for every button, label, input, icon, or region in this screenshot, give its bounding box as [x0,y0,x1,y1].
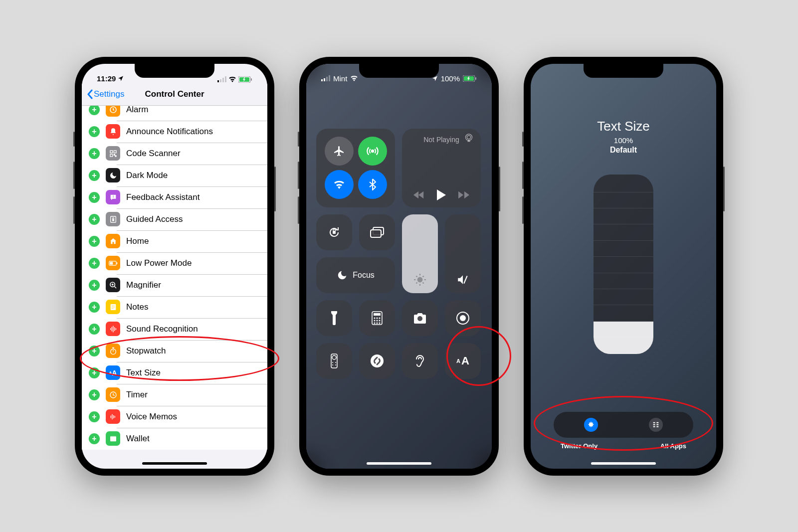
list-item[interactable]: +Voice Memos [82,406,267,428]
add-button[interactable]: + [89,236,100,247]
list-item[interactable]: +Dark Mode [82,165,267,186]
svg-text:!: ! [112,194,113,198]
bluetooth-button[interactable] [358,170,387,199]
add-button[interactable]: + [89,106,100,115]
list-item[interactable]: +Magnifier [82,274,267,296]
add-button[interactable]: + [89,126,100,137]
airplay-icon[interactable] [464,134,474,143]
row-label: Code Scanner [126,149,181,159]
media-label: Not Playing [423,136,459,144]
row-label: Sound Recognition [126,324,198,334]
nav-bar: Settings Control Center [82,84,267,106]
back-button[interactable]: Settings [87,89,124,99]
add-button[interactable]: + [89,302,100,313]
list-item[interactable]: +Alarm [82,106,267,121]
notes-icon [106,300,120,314]
wifi-button[interactable] [325,170,354,199]
battery-icon [238,76,252,83]
list-item[interactable]: +Timer [82,384,267,406]
home-indicator[interactable] [367,462,431,465]
battery-icon [106,256,120,270]
moon-icon [106,168,120,182]
home-indicator[interactable] [142,462,207,465]
apple-tv-remote-button[interactable] [316,343,352,379]
list-item[interactable]: +Code Scanner [82,143,267,165]
calculator-button[interactable] [359,300,395,336]
text-size-slider[interactable] [594,175,653,354]
row-label: Timer [126,390,148,400]
add-button[interactable]: + [89,433,100,444]
hearing-button[interactable] [402,343,438,379]
list-item[interactable]: +Home [82,230,267,252]
svg-rect-80 [331,354,337,368]
row-label: Low Power Mode [126,258,192,268]
cellular-button[interactable] [358,137,387,166]
flashlight-button[interactable] [316,300,352,336]
list-item[interactable]: +Notes [82,296,267,318]
add-button[interactable]: + [89,367,100,378]
list-item[interactable]: +Announce Notifications [82,121,267,143]
scope-twitter-only[interactable] [584,418,598,432]
shazam-button[interactable] [359,343,395,379]
list-item[interactable]: +AAText Size [82,362,267,384]
add-button[interactable]: + [89,192,100,203]
svg-rect-55 [371,230,381,237]
list-item[interactable]: +Wallet [82,428,267,450]
qr-icon [106,146,120,161]
list-item[interactable]: +Sound Recognition [82,318,267,340]
svg-point-83 [335,362,336,363]
row-label: Feedback Assistant [126,192,200,202]
list-item[interactable]: +!Feedback Assistant [82,186,267,208]
svg-point-68 [374,317,376,319]
prev-icon[interactable] [413,191,424,199]
add-button[interactable]: + [89,170,100,181]
nav-title: Control Center [145,89,204,99]
add-button[interactable]: + [89,148,100,159]
play-icon[interactable] [436,189,446,200]
sound-icon [106,322,120,336]
text-size-button[interactable]: AA [445,343,481,379]
scope-selector[interactable] [554,412,693,438]
text-size-percent: 100% [597,136,650,145]
svg-line-61 [422,276,423,277]
orientation-lock-button[interactable] [316,214,352,250]
focus-button[interactable]: Focus [316,257,395,293]
svg-rect-41 [110,437,116,441]
add-button[interactable]: + [89,214,100,225]
home-indicator[interactable] [591,462,656,465]
add-button[interactable]: + [89,258,100,269]
svg-point-72 [377,320,378,321]
add-button[interactable]: + [89,389,100,400]
volume-slider[interactable] [445,214,481,293]
screen-record-button[interactable] [445,300,481,336]
add-button[interactable]: + [89,346,100,356]
svg-point-51 [465,134,472,140]
svg-rect-17 [116,262,117,264]
list-item[interactable]: +Stopwatch [82,340,267,362]
svg-line-62 [416,282,417,283]
phone-text-size: Text Size 100% Default [524,57,723,476]
bell-icon [106,124,120,139]
svg-point-85 [335,364,336,365]
list-item[interactable]: +Guided Access [82,208,267,230]
add-button[interactable]: + [89,324,100,335]
media-tile[interactable]: Not Playing [402,129,481,207]
svg-line-63 [416,276,417,277]
wifi-icon [228,76,236,82]
add-button[interactable]: + [89,411,100,422]
row-label: Alarm [126,106,148,115]
scope-all-apps[interactable] [649,418,663,432]
svg-line-64 [422,282,423,283]
screen-mirroring-button[interactable] [359,214,395,250]
add-button[interactable]: + [89,280,100,291]
row-label: Notes [126,302,148,312]
svg-rect-43 [321,79,323,81]
controls-list: +Alarm+Announce Notifications+Code Scann… [82,106,267,450]
next-icon[interactable] [458,191,469,199]
timer-icon [106,387,120,402]
brightness-slider[interactable] [402,214,438,293]
camera-button[interactable] [402,300,438,336]
svg-point-73 [379,320,381,321]
list-item[interactable]: +Low Power Mode [82,252,267,274]
airplane-button[interactable] [325,137,354,166]
